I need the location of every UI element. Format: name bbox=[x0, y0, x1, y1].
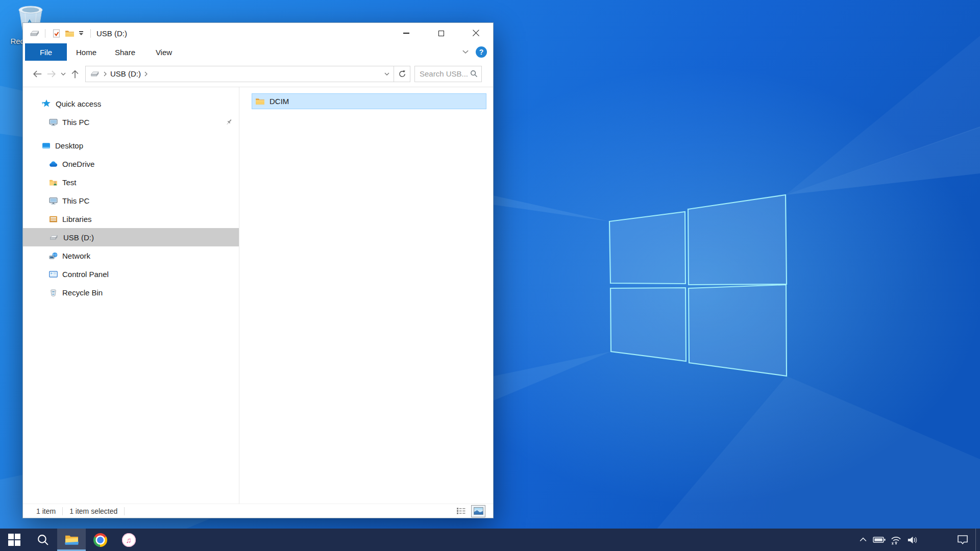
up-arrow-icon bbox=[70, 69, 80, 79]
volume-status[interactable] bbox=[904, 529, 920, 551]
status-bar: 1 item 1 item selected bbox=[23, 504, 493, 518]
onedrive-cloud-icon bbox=[49, 160, 58, 168]
title-bar[interactable]: USB (D:) bbox=[23, 23, 493, 43]
taskbar-file-explorer-button[interactable] bbox=[57, 529, 86, 551]
tab-home[interactable]: Home bbox=[67, 43, 106, 61]
recent-locations-button[interactable] bbox=[59, 66, 68, 82]
customize-toolbar-icon bbox=[79, 31, 83, 32]
divider bbox=[62, 507, 63, 515]
large-icons-view-button[interactable] bbox=[472, 506, 485, 517]
search-box[interactable] bbox=[414, 66, 482, 82]
tab-file[interactable]: File bbox=[25, 43, 67, 61]
qat-new-folder-button[interactable] bbox=[63, 26, 77, 40]
address-dropdown-chevron-icon[interactable] bbox=[384, 72, 389, 76]
tab-share[interactable]: Share bbox=[106, 43, 144, 61]
wifi-icon bbox=[890, 534, 902, 546]
show-desktop-button[interactable] bbox=[975, 529, 980, 551]
thumbnail-view-icon bbox=[474, 507, 483, 515]
expand-ribbon-chevron-icon[interactable] bbox=[462, 50, 469, 54]
desktop-monitor-icon bbox=[42, 141, 51, 150]
action-center-icon bbox=[957, 534, 969, 545]
properties-icon bbox=[52, 29, 61, 38]
chevron-up-icon bbox=[858, 535, 868, 545]
battery-status[interactable] bbox=[871, 529, 888, 551]
search-input[interactable] bbox=[420, 69, 470, 78]
sidebar-item-test[interactable]: Test bbox=[23, 173, 239, 191]
itunes-icon: ♫ bbox=[122, 533, 136, 547]
start-button[interactable] bbox=[0, 529, 29, 551]
file-item-dcim[interactable]: DCIM bbox=[252, 93, 486, 109]
libraries-icon bbox=[49, 215, 58, 223]
taskbar-chrome-button[interactable] bbox=[86, 529, 114, 551]
recycle-bin-icon bbox=[49, 288, 58, 297]
back-arrow-icon bbox=[32, 69, 42, 79]
forward-arrow-icon bbox=[46, 69, 57, 79]
speaker-icon bbox=[906, 534, 918, 546]
show-hidden-icons-button[interactable] bbox=[855, 529, 871, 551]
sidebar-item-recycle-bin[interactable]: Recycle Bin bbox=[23, 283, 239, 302]
close-button[interactable] bbox=[458, 23, 493, 43]
refresh-button[interactable] bbox=[394, 66, 410, 82]
sidebar-item-onedrive[interactable]: OneDrive bbox=[23, 155, 239, 173]
up-button[interactable] bbox=[68, 66, 82, 82]
forward-button[interactable] bbox=[44, 66, 59, 82]
usb-drive-icon bbox=[90, 70, 100, 77]
navigation-pane: Quick access This PC Desktop OneDrive bbox=[23, 87, 239, 504]
back-button[interactable] bbox=[30, 66, 44, 82]
taskbar-search-button[interactable] bbox=[29, 529, 57, 551]
file-list-pane[interactable]: DCIM bbox=[239, 87, 493, 504]
quick-access-star-icon bbox=[42, 99, 51, 108]
sidebar-item-libraries[interactable]: Libraries bbox=[23, 210, 239, 228]
ribbon-tabs: File Home Share View ? bbox=[23, 43, 493, 61]
user-folder-icon bbox=[49, 178, 58, 187]
this-pc-icon bbox=[49, 118, 58, 127]
breadcrumb[interactable]: USB (D:) bbox=[110, 69, 141, 78]
refresh-icon bbox=[398, 70, 406, 78]
sidebar-item-desktop[interactable]: Desktop bbox=[23, 136, 239, 155]
sidebar-item-usb-d[interactable]: USB (D:) bbox=[23, 228, 239, 246]
search-icon[interactable] bbox=[470, 70, 478, 78]
divider bbox=[124, 507, 125, 515]
breadcrumb-chevron-icon[interactable] bbox=[144, 71, 148, 77]
file-explorer-window: USB (D:) File Home Share View ? bbox=[22, 22, 494, 518]
minimize-button[interactable] bbox=[389, 23, 424, 43]
system-tray bbox=[855, 529, 980, 551]
help-button[interactable]: ? bbox=[476, 46, 487, 58]
network-icon bbox=[49, 252, 58, 260]
taskbar-itunes-button[interactable]: ♫ bbox=[114, 529, 143, 551]
qat-customize-button[interactable] bbox=[77, 31, 86, 35]
divider bbox=[45, 29, 45, 38]
close-icon bbox=[472, 30, 480, 37]
taskbar: ♫ bbox=[0, 529, 980, 551]
item-count: 1 item bbox=[36, 507, 56, 515]
battery-icon bbox=[873, 535, 886, 544]
details-view-icon bbox=[456, 507, 466, 515]
window-usb-drive-icon bbox=[29, 30, 40, 37]
new-folder-icon bbox=[65, 30, 75, 37]
maximize-icon bbox=[438, 31, 444, 36]
details-view-button[interactable] bbox=[454, 506, 468, 517]
this-pc-icon bbox=[49, 196, 58, 205]
action-center-button[interactable] bbox=[950, 529, 975, 551]
tab-view[interactable]: View bbox=[144, 43, 183, 61]
minimize-icon bbox=[403, 33, 409, 33]
search-icon bbox=[37, 534, 50, 546]
address-bar[interactable]: USB (D:) bbox=[85, 66, 394, 82]
control-panel-icon bbox=[49, 270, 58, 279]
qat-properties-button[interactable] bbox=[50, 26, 63, 40]
sidebar-item-this-pc[interactable]: This PC bbox=[23, 191, 239, 210]
selection-count: 1 item selected bbox=[69, 507, 117, 515]
network-status[interactable] bbox=[888, 529, 904, 551]
desktop: Recycle Bin USB (D:) bbox=[0, 0, 980, 551]
maximize-button[interactable] bbox=[424, 23, 458, 43]
sidebar-item-control-panel[interactable]: Control Panel bbox=[23, 265, 239, 283]
breadcrumb-chevron-icon bbox=[104, 71, 107, 77]
sidebar-item-network[interactable]: Network bbox=[23, 246, 239, 265]
windows-logo-icon bbox=[8, 534, 20, 546]
window-title: USB (D:) bbox=[96, 29, 127, 38]
chrome-icon bbox=[93, 533, 107, 547]
sidebar-item-this-pc-pinned[interactable]: This PC bbox=[23, 113, 239, 131]
folder-icon bbox=[255, 97, 265, 105]
sidebar-item-quick-access[interactable]: Quick access bbox=[23, 94, 239, 113]
file-explorer-icon bbox=[65, 534, 79, 546]
